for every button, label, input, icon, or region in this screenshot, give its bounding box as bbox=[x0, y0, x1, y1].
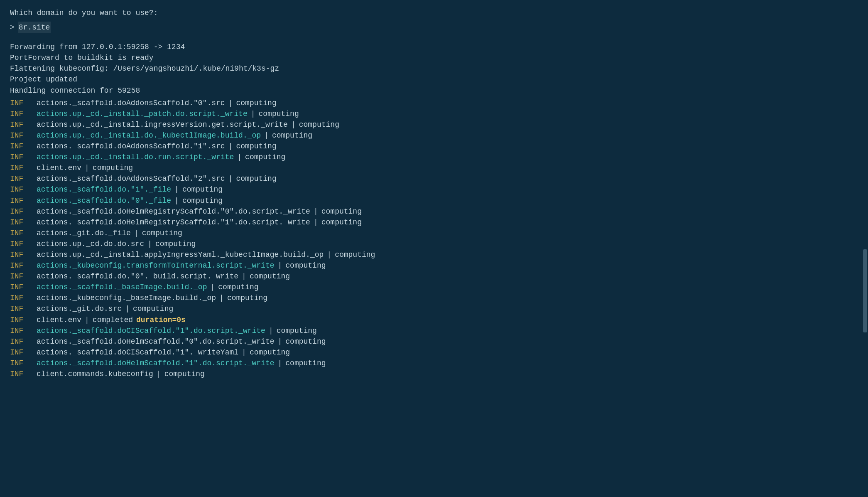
log-action: actions._scaffold.doHelmRegistryScaffold… bbox=[37, 206, 310, 217]
log-state: computing bbox=[164, 369, 205, 379]
log-line: INFactions._scaffold._baseImage.build._o… bbox=[10, 282, 858, 293]
log-action: actions._scaffold.doHelmRegistryScaffold… bbox=[37, 217, 310, 228]
log-level: INF bbox=[10, 303, 35, 314]
log-action: client.commands.kubeconfig bbox=[37, 369, 153, 379]
log-pipe: | bbox=[174, 184, 179, 195]
log-state: completed bbox=[93, 315, 133, 325]
domain-input[interactable]: 8r.site bbox=[18, 22, 51, 33]
log-level: INF bbox=[10, 260, 35, 271]
log-action: actions.up._cd._install._patch.do.script… bbox=[37, 108, 248, 119]
log-pipe: | bbox=[278, 358, 282, 369]
log-pipe: | bbox=[327, 249, 331, 260]
log-state: computing bbox=[335, 249, 375, 260]
log-pipe: | bbox=[291, 119, 296, 130]
log-line: INFactions._scaffold.doAddonsScaffold."0… bbox=[10, 98, 858, 108]
log-action: actions._scaffold.doCIScaffold."1".do.sc… bbox=[37, 325, 265, 336]
log-level: INF bbox=[10, 206, 35, 217]
log-state: computing bbox=[227, 293, 267, 303]
log-pipe: | bbox=[228, 173, 233, 184]
log-pipe: | bbox=[278, 336, 282, 347]
log-line: INFclient.commands.kubeconfig|computing bbox=[10, 369, 858, 379]
log-action: actions._scaffold.doHelmScaffold."1".do.… bbox=[37, 358, 275, 369]
log-line: INFactions._scaffold.doCIScaffold."1"._w… bbox=[10, 347, 858, 358]
log-action: actions.up._cd._install.ingressVersion.g… bbox=[37, 119, 288, 130]
log-pipe: | bbox=[174, 195, 179, 206]
log-line: INFactions._scaffold.doAddonsScaffold."1… bbox=[10, 141, 858, 152]
log-level: INF bbox=[10, 130, 35, 141]
log-level: INF bbox=[10, 98, 35, 108]
log-state: computing bbox=[285, 358, 326, 369]
log-level: INF bbox=[10, 184, 35, 195]
log-action: actions._scaffold.do."0"._build.script._… bbox=[37, 271, 238, 282]
log-line: INFactions._kubeconfig._baseImage.build.… bbox=[10, 293, 858, 303]
log-pipe: | bbox=[278, 260, 282, 271]
log-action: actions._scaffold.doAddonsScaffold."0".s… bbox=[37, 98, 225, 108]
status-line: Handling connection for 59258 bbox=[10, 85, 858, 96]
log-pipe: | bbox=[85, 162, 89, 173]
log-level: INF bbox=[10, 173, 35, 184]
log-level: INF bbox=[10, 315, 35, 325]
log-state: computing bbox=[218, 282, 258, 293]
log-line: INFactions._scaffold.do."0"._build.scrip… bbox=[10, 271, 858, 282]
log-action: actions.up._cd.do.do.src bbox=[37, 239, 144, 249]
log-line: INFactions.up._cd._install.do._kubectlIm… bbox=[10, 130, 858, 141]
log-level: INF bbox=[10, 369, 35, 379]
log-pipe: | bbox=[251, 108, 255, 119]
log-line: INFactions._scaffold.doHelmScaffold."0".… bbox=[10, 336, 858, 347]
log-action: actions.up._cd._install.applyIngressYaml… bbox=[37, 249, 324, 260]
log-line: INFactions._scaffold.do."0"._file|comput… bbox=[10, 195, 858, 206]
log-state: computing bbox=[182, 184, 223, 195]
log-line: INFactions._git.do.src|computing bbox=[10, 303, 858, 314]
log-level: INF bbox=[10, 108, 35, 119]
scrollbar-thumb[interactable] bbox=[863, 249, 867, 332]
log-pipe: | bbox=[228, 141, 233, 152]
log-state: computing bbox=[155, 239, 196, 249]
log-state: computing bbox=[182, 195, 223, 206]
log-line: INFactions._scaffold.doCIScaffold."1".do… bbox=[10, 325, 858, 336]
log-action: actions._git.do.src bbox=[37, 303, 122, 314]
log-level: INF bbox=[10, 141, 35, 152]
log-pipe: | bbox=[157, 369, 161, 379]
log-pipe: | bbox=[219, 293, 224, 303]
log-state: computing bbox=[93, 162, 133, 173]
log-state: computing bbox=[236, 141, 277, 152]
log-line: INFactions.up._cd.do.do.src|computing bbox=[10, 239, 858, 249]
log-pipe: | bbox=[237, 152, 242, 162]
status-line: Forwarding from 127.0.0.1:59258 -> 1234 bbox=[10, 42, 858, 52]
log-pipe: | bbox=[264, 130, 269, 141]
log-state: computing bbox=[250, 271, 290, 282]
scrollbar[interactable] bbox=[862, 0, 868, 497]
log-pipe: | bbox=[134, 228, 139, 239]
log-state: computing bbox=[236, 173, 277, 184]
log-pipe: | bbox=[147, 239, 152, 249]
status-line: Flattening kubeconfig: /Users/yangshouzh… bbox=[10, 63, 858, 74]
log-line: INFactions._scaffold.doHelmRegistryScaff… bbox=[10, 206, 858, 217]
log-line: INFactions._scaffold.doHelmRegistryScaff… bbox=[10, 217, 858, 228]
log-pipe: | bbox=[269, 325, 273, 336]
log-line: INFactions._scaffold.doHelmScaffold."1".… bbox=[10, 358, 858, 369]
log-level: INF bbox=[10, 228, 35, 239]
log-level: INF bbox=[10, 119, 35, 130]
log-pipe: | bbox=[228, 98, 233, 108]
log-action: actions._scaffold.do."0"._file bbox=[37, 195, 171, 206]
status-block: Forwarding from 127.0.0.1:59258 -> 1234P… bbox=[10, 42, 858, 96]
log-action: actions._scaffold.doHelmScaffold."0".do.… bbox=[37, 336, 275, 347]
log-action: client.env bbox=[37, 162, 81, 173]
log-line: INFactions._kubeconfig.transformToIntern… bbox=[10, 260, 858, 271]
log-level: INF bbox=[10, 271, 35, 282]
log-level: INF bbox=[10, 325, 35, 336]
log-action: client.env bbox=[37, 315, 81, 325]
log-state: computing bbox=[259, 108, 299, 119]
log-line: INFclient.env|computing bbox=[10, 162, 858, 173]
log-level: INF bbox=[10, 162, 35, 173]
log-state: computing bbox=[250, 347, 290, 358]
log-action: actions._scaffold._baseImage.build._op bbox=[37, 282, 207, 293]
log-state: computing bbox=[272, 130, 312, 141]
prompt-line: > 8r.site bbox=[10, 22, 858, 33]
log-level: INF bbox=[10, 217, 35, 228]
log-pipe: | bbox=[242, 271, 246, 282]
status-line: PortForward to buildkit is ready bbox=[10, 52, 858, 63]
terminal-container: Which domain do you want to use?: > 8r.s… bbox=[10, 7, 858, 379]
log-block: INFactions._scaffold.doAddonsScaffold."0… bbox=[10, 98, 858, 379]
log-level: INF bbox=[10, 293, 35, 303]
